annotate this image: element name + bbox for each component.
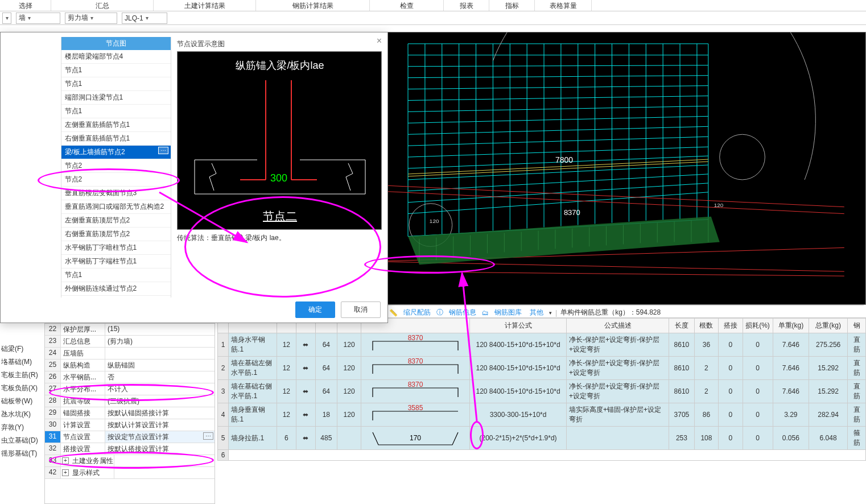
filter-row: 墙 剪力墙 JLQ-1 <box>0 11 866 25</box>
dd-category[interactable]: 墙 <box>16 13 60 24</box>
info-icon: ⓘ <box>436 308 443 317</box>
node-list-item[interactable]: 节点1 <box>61 77 171 91</box>
table-header[interactable]: 钢 <box>848 319 866 333</box>
top-tabs: 选择 汇总 土建计算结果 钢筋计算结果 检查 报表 指标 表格算量 <box>0 0 866 11</box>
prop-row[interactable]: 22保护层厚...(15) <box>45 324 215 336</box>
node-list-item[interactable]: 垂直筋遇洞口或端部无节点构造2 <box>61 200 171 214</box>
table-header[interactable]: 计算公式 <box>470 319 567 333</box>
table-row[interactable]: 1墙身水平钢筋.112⬌641208370120 8400-15+10*d-15… <box>218 333 866 357</box>
tab-select[interactable]: 选择 <box>0 0 51 11</box>
svg-text:8370: 8370 <box>564 208 580 217</box>
tb-lib[interactable]: 钢筋图库 <box>492 308 524 317</box>
tab-civil[interactable]: 土建计算结果 <box>154 0 256 11</box>
node-list-item[interactable]: 梁/板上墙插筋节点2 <box>61 146 171 159</box>
cancel-button[interactable]: 取消 <box>341 301 381 318</box>
prop-row[interactable]: 25纵筋构造纵筋锚固 <box>45 360 215 371</box>
library-icon: 🗂 <box>482 309 489 317</box>
node-list-item[interactable]: 右侧垂直筋顶层节点2 <box>61 228 171 241</box>
prop-row[interactable]: 33+土建业务属性 <box>45 455 215 467</box>
close-icon[interactable]: × <box>377 36 382 46</box>
node-list-item[interactable]: 节点1 <box>61 64 171 77</box>
side-nav-item[interactable]: 氹水坑(K) <box>0 408 43 421</box>
svg-line-7 <box>408 126 708 134</box>
tab-summary[interactable]: 汇总 <box>51 0 154 11</box>
tab-table[interactable]: 表格算量 <box>535 0 592 11</box>
table-row[interactable]: 5墙身拉筋.16⬌485170 (200-2*15)+2*(5*d+1.9*d)… <box>218 427 866 450</box>
dd-type[interactable]: 剪力墙 <box>65 13 117 24</box>
tb-other[interactable]: 其他 <box>527 308 546 317</box>
prop-row[interactable]: 29锚固搭接按默认锚固搭接计算 <box>45 407 215 419</box>
node-list-item[interactable]: 节点2 <box>61 173 171 187</box>
table-header[interactable]: 公式描述 <box>566 319 669 333</box>
node-list-item[interactable]: 楼层暗梁端部节点4 <box>61 50 171 64</box>
node-settings-dialog: × 节点图 楼层暗梁端部节点4节点1节点1端部洞口连梁节点1节点1左侧垂直筋插筋… <box>0 32 388 323</box>
node-list-item[interactable]: 水平钢筋丁字暗柱节点1 <box>61 241 171 255</box>
tb-weight: 单构件钢筋总重（kg）：594.828 <box>560 308 661 317</box>
svg-text:300: 300 <box>270 172 287 184</box>
node-list-item[interactable]: 左侧垂直筋插筋节点1 <box>61 118 171 132</box>
node-list[interactable]: 节点图 楼层暗梁端部节点4节点1节点1端部洞口连梁节点1节点1左侧垂直筋插筋节点… <box>61 37 171 298</box>
side-nav-item[interactable]: 础板带(W) <box>0 395 43 408</box>
node-list-item[interactable]: 左侧垂直筋顶层节点2 <box>61 214 171 228</box>
side-nav-item[interactable]: 徭形基础(T) <box>0 447 43 460</box>
dd-component[interactable]: JLQ-1 <box>122 13 167 24</box>
table-row[interactable]: 3墙在基础右侧水平筋.112⬌641208370120 8400-15+10*d… <box>218 380 866 403</box>
dd-mini[interactable] <box>2 13 11 24</box>
node-list-item[interactable]: 端部洞口连梁节点1 <box>61 91 171 105</box>
prop-row[interactable]: 32搭接设置按默认搭接设置计算 <box>45 443 215 455</box>
svg-line-5 <box>408 106 708 111</box>
prop-row[interactable]: 28抗震等级(三级抗震) <box>45 395 215 407</box>
node-list-item[interactable]: 节点1 <box>61 268 171 282</box>
table-header[interactable]: 损耗(%) <box>743 319 773 333</box>
main-area: 7800 8370 120 120 × 节点图 楼层暗梁端部节点4节点1节点1端… <box>0 26 866 504</box>
side-nav-item[interactable]: 础梁(F) <box>0 342 43 356</box>
side-nav-item[interactable]: 虫立基础(D) <box>0 434 43 447</box>
table-row[interactable]: 4墙身垂直钢筋.112⬌181203585 3300-300-15+10*d墙实… <box>218 403 866 427</box>
property-grid[interactable]: 22保护层厚...(15)23汇总信息(剪力墙)24压墙筋25纵筋构造纵筋锚固2… <box>44 323 215 504</box>
tb-info[interactable]: 钢筋信息 <box>447 308 479 317</box>
table-header[interactable]: 单重(kg) <box>773 319 809 333</box>
prop-row[interactable]: 30计算设置按默认计算设置计算 <box>45 419 215 431</box>
table-header[interactable]: 总重(kg) <box>809 319 848 333</box>
side-nav-item[interactable]: 垎基础(M) <box>0 356 43 369</box>
table-header[interactable]: 根数 <box>694 319 718 333</box>
node-list-item[interactable]: 水平钢筋丁字端柱节点1 <box>61 255 171 268</box>
node-list-item[interactable]: 右侧垂直筋插筋节点1 <box>61 132 171 146</box>
tab-check[interactable]: 检查 <box>370 0 444 11</box>
prop-row[interactable]: 23汇总信息(剪力墙) <box>45 336 215 348</box>
side-nav-item[interactable]: 宒板主筋(R) <box>0 369 43 382</box>
node-list-item[interactable]: 拐角暗柱内侧节点3 <box>61 296 171 298</box>
node-list-item[interactable]: 节点1 <box>61 105 171 118</box>
side-nav-item[interactable]: 宒板负筋(X) <box>0 382 43 395</box>
tb-ruler[interactable]: 缩尺配筋 <box>401 308 433 317</box>
diagram-box: 纵筋锚入梁/板内lae <box>177 51 382 230</box>
ruler-icon: 📏 <box>389 309 398 317</box>
prop-row[interactable]: 31节点设置按设定节点设置计算 <box>45 431 215 443</box>
prop-row[interactable]: 42+显示样式 <box>45 467 215 479</box>
svg-line-1 <box>408 65 708 67</box>
prop-row[interactable]: 24压墙筋 <box>45 348 215 360</box>
svg-line-8 <box>408 137 708 146</box>
node-list-item[interactable]: 外侧钢筋连续通过节点2 <box>61 282 171 296</box>
table-header[interactable]: 长度 <box>669 319 695 333</box>
ok-button[interactable]: 确定 <box>295 301 335 318</box>
tab-rebar[interactable]: 钢筋计算结果 <box>256 0 370 11</box>
table-header[interactable]: 搭接 <box>719 319 743 333</box>
svg-line-6 <box>408 116 708 123</box>
node-list-item[interactable]: 节点2 <box>61 159 171 173</box>
svg-text:3585: 3585 <box>408 404 423 412</box>
algo-note: 传统算法：垂直筋锚入梁/板内 lae。 <box>177 233 382 243</box>
side-nav-item[interactable]: 弃敦(Y) <box>0 421 43 434</box>
tab-report[interactable]: 报表 <box>444 0 489 11</box>
tab-index[interactable]: 指标 <box>489 0 535 11</box>
svg-text:7800: 7800 <box>555 155 573 164</box>
prop-row[interactable]: 26水平钢筋...否 <box>45 371 215 383</box>
prop-row[interactable]: 27水平分布...不计入 <box>45 383 215 395</box>
svg-line-4 <box>408 96 708 101</box>
diagram-panel: 节点设置示意图 纵筋锚入梁/板内lae <box>171 37 387 298</box>
table-row[interactable]: 2墙在基础左侧水平筋.112⬌641208370120 8400-15+10*d… <box>218 357 866 380</box>
svg-line-11 <box>408 165 708 180</box>
svg-text:8370: 8370 <box>408 334 423 342</box>
rebar-table[interactable]: 计算公式公式描述长度根数搭接损耗(%)单重(kg)总重(kg)钢 1墙身水平钢筋… <box>217 317 866 504</box>
node-list-item[interactable]: 垂直筋楼层变截面节点3 <box>61 187 171 200</box>
